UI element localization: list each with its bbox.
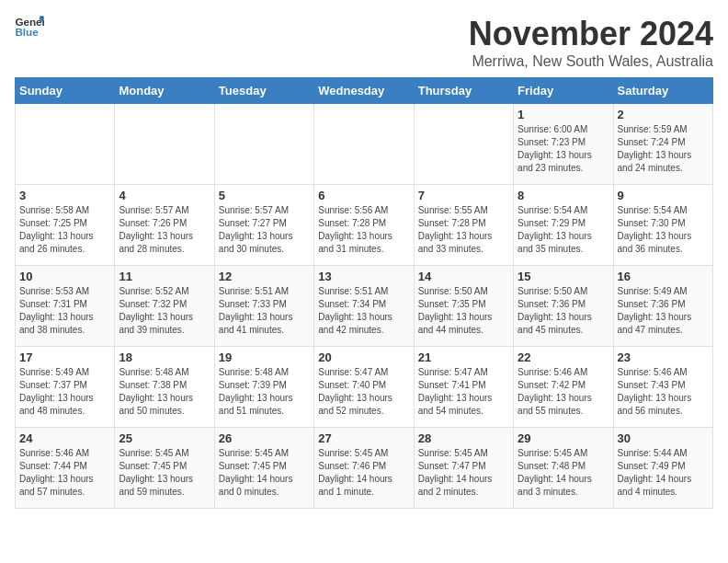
day-info: Sunrise: 5:57 AM Sunset: 7:27 PM Dayligh…: [219, 204, 310, 256]
calendar-cell: 23Sunrise: 5:46 AM Sunset: 7:43 PM Dayli…: [613, 347, 712, 428]
calendar-cell: 24Sunrise: 5:46 AM Sunset: 7:44 PM Dayli…: [16, 428, 115, 509]
day-info: Sunrise: 5:54 AM Sunset: 7:30 PM Dayligh…: [618, 204, 709, 256]
weekday-header-row: SundayMondayTuesdayWednesdayThursdayFrid…: [16, 78, 713, 104]
weekday-header-monday: Monday: [115, 78, 214, 104]
calendar-cell: 27Sunrise: 5:45 AM Sunset: 7:46 PM Dayli…: [314, 428, 414, 509]
day-number: 8: [518, 189, 609, 202]
day-info: Sunrise: 5:48 AM Sunset: 7:38 PM Dayligh…: [119, 366, 210, 418]
day-number: 20: [318, 350, 409, 364]
day-number: 25: [119, 431, 210, 445]
day-info: Sunrise: 5:45 AM Sunset: 7:48 PM Dayligh…: [518, 447, 609, 499]
calendar-cell: 1Sunrise: 6:00 AM Sunset: 7:23 PM Daylig…: [514, 104, 613, 185]
svg-text:Blue: Blue: [15, 26, 39, 38]
title-area: November 2024 Merriwa, New South Wales, …: [469, 15, 713, 70]
day-number: 17: [19, 350, 110, 364]
day-info: Sunrise: 5:46 AM Sunset: 7:44 PM Dayligh…: [19, 447, 110, 499]
day-number: 18: [119, 350, 210, 364]
day-info: Sunrise: 5:54 AM Sunset: 7:29 PM Dayligh…: [518, 204, 609, 256]
weekday-header-tuesday: Tuesday: [214, 78, 313, 104]
calendar-cell: 17Sunrise: 5:49 AM Sunset: 7:37 PM Dayli…: [16, 347, 115, 428]
location-subtitle: Merriwa, New South Wales, Australia: [469, 53, 713, 70]
calendar-cell: [314, 104, 414, 185]
day-number: 15: [518, 270, 609, 283]
calendar-cell: 5Sunrise: 5:57 AM Sunset: 7:27 PM Daylig…: [214, 185, 313, 266]
day-info: Sunrise: 5:50 AM Sunset: 7:35 PM Dayligh…: [418, 285, 509, 337]
calendar-cell: [115, 104, 214, 185]
day-number: 2: [618, 108, 709, 121]
month-title: November 2024: [469, 15, 713, 53]
calendar-cell: 4Sunrise: 5:57 AM Sunset: 7:26 PM Daylig…: [115, 185, 214, 266]
day-info: Sunrise: 5:59 AM Sunset: 7:24 PM Dayligh…: [618, 123, 709, 175]
day-number: 12: [219, 270, 310, 283]
day-info: Sunrise: 5:56 AM Sunset: 7:28 PM Dayligh…: [318, 204, 409, 256]
calendar-cell: 13Sunrise: 5:51 AM Sunset: 7:34 PM Dayli…: [314, 266, 414, 347]
calendar-week-4: 17Sunrise: 5:49 AM Sunset: 7:37 PM Dayli…: [16, 347, 713, 428]
day-info: Sunrise: 5:58 AM Sunset: 7:25 PM Dayligh…: [19, 204, 110, 256]
calendar-cell: 18Sunrise: 5:48 AM Sunset: 7:38 PM Dayli…: [115, 347, 214, 428]
day-info: Sunrise: 5:46 AM Sunset: 7:42 PM Dayligh…: [518, 366, 609, 418]
day-info: Sunrise: 5:57 AM Sunset: 7:26 PM Dayligh…: [119, 204, 210, 256]
weekday-header-sunday: Sunday: [16, 78, 115, 104]
calendar-cell: 10Sunrise: 5:53 AM Sunset: 7:31 PM Dayli…: [16, 266, 115, 347]
calendar-cell: 30Sunrise: 5:44 AM Sunset: 7:49 PM Dayli…: [613, 428, 712, 509]
day-info: Sunrise: 5:53 AM Sunset: 7:31 PM Dayligh…: [19, 285, 110, 337]
calendar-cell: 9Sunrise: 5:54 AM Sunset: 7:30 PM Daylig…: [613, 185, 712, 266]
calendar-week-1: 1Sunrise: 6:00 AM Sunset: 7:23 PM Daylig…: [16, 104, 713, 185]
day-number: 13: [318, 270, 409, 283]
day-number: 27: [318, 431, 409, 445]
day-info: Sunrise: 5:44 AM Sunset: 7:49 PM Dayligh…: [618, 447, 709, 499]
day-info: Sunrise: 5:51 AM Sunset: 7:33 PM Dayligh…: [219, 285, 310, 337]
day-number: 23: [618, 350, 709, 364]
day-number: 19: [219, 350, 310, 364]
day-number: 16: [618, 270, 709, 283]
day-number: 1: [518, 108, 609, 121]
calendar-cell: [414, 104, 513, 185]
day-number: 14: [418, 270, 509, 283]
day-info: Sunrise: 5:48 AM Sunset: 7:39 PM Dayligh…: [219, 366, 310, 418]
logo-icon: General Blue: [15, 15, 44, 40]
calendar-cell: 14Sunrise: 5:50 AM Sunset: 7:35 PM Dayli…: [414, 266, 513, 347]
day-number: 30: [618, 431, 709, 445]
calendar-week-2: 3Sunrise: 5:58 AM Sunset: 7:25 PM Daylig…: [16, 185, 713, 266]
calendar-cell: 11Sunrise: 5:52 AM Sunset: 7:32 PM Dayli…: [115, 266, 214, 347]
day-info: Sunrise: 6:00 AM Sunset: 7:23 PM Dayligh…: [518, 123, 609, 175]
day-info: Sunrise: 5:47 AM Sunset: 7:40 PM Dayligh…: [318, 366, 409, 418]
calendar-cell: 7Sunrise: 5:55 AM Sunset: 7:28 PM Daylig…: [414, 185, 513, 266]
day-number: 24: [19, 431, 110, 445]
day-number: 5: [219, 189, 310, 202]
calendar-cell: 28Sunrise: 5:45 AM Sunset: 7:47 PM Dayli…: [414, 428, 513, 509]
day-number: 6: [318, 189, 409, 202]
calendar-cell: 2Sunrise: 5:59 AM Sunset: 7:24 PM Daylig…: [613, 104, 712, 185]
day-info: Sunrise: 5:47 AM Sunset: 7:41 PM Dayligh…: [418, 366, 509, 418]
day-info: Sunrise: 5:45 AM Sunset: 7:46 PM Dayligh…: [318, 447, 409, 499]
day-number: 7: [418, 189, 509, 202]
calendar-cell: 6Sunrise: 5:56 AM Sunset: 7:28 PM Daylig…: [314, 185, 414, 266]
calendar-cell: 22Sunrise: 5:46 AM Sunset: 7:42 PM Dayli…: [514, 347, 613, 428]
day-number: 22: [518, 350, 609, 364]
day-number: 11: [119, 270, 210, 283]
calendar-cell: 15Sunrise: 5:50 AM Sunset: 7:36 PM Dayli…: [514, 266, 613, 347]
day-info: Sunrise: 5:49 AM Sunset: 7:37 PM Dayligh…: [19, 366, 110, 418]
day-info: Sunrise: 5:46 AM Sunset: 7:43 PM Dayligh…: [618, 366, 709, 418]
calendar-cell: 19Sunrise: 5:48 AM Sunset: 7:39 PM Dayli…: [214, 347, 313, 428]
calendar-cell: [16, 104, 115, 185]
calendar-cell: 16Sunrise: 5:49 AM Sunset: 7:36 PM Dayli…: [613, 266, 712, 347]
calendar-week-5: 24Sunrise: 5:46 AM Sunset: 7:44 PM Dayli…: [16, 428, 713, 509]
day-number: 26: [219, 431, 310, 445]
day-info: Sunrise: 5:55 AM Sunset: 7:28 PM Dayligh…: [418, 204, 509, 256]
day-number: 29: [518, 431, 609, 445]
calendar-week-3: 10Sunrise: 5:53 AM Sunset: 7:31 PM Dayli…: [16, 266, 713, 347]
day-number: 21: [418, 350, 509, 364]
calendar-cell: 20Sunrise: 5:47 AM Sunset: 7:40 PM Dayli…: [314, 347, 414, 428]
calendar-cell: 25Sunrise: 5:45 AM Sunset: 7:45 PM Dayli…: [115, 428, 214, 509]
weekday-header-friday: Friday: [514, 78, 613, 104]
weekday-header-wednesday: Wednesday: [314, 78, 414, 104]
day-number: 9: [618, 189, 709, 202]
page-header: General Blue November 2024 Merriwa, New …: [15, 15, 713, 70]
day-info: Sunrise: 5:50 AM Sunset: 7:36 PM Dayligh…: [518, 285, 609, 337]
calendar-cell: 8Sunrise: 5:54 AM Sunset: 7:29 PM Daylig…: [514, 185, 613, 266]
day-info: Sunrise: 5:51 AM Sunset: 7:34 PM Dayligh…: [318, 285, 409, 337]
weekday-header-thursday: Thursday: [414, 78, 513, 104]
day-number: 3: [19, 189, 110, 202]
calendar-cell: 21Sunrise: 5:47 AM Sunset: 7:41 PM Dayli…: [414, 347, 513, 428]
